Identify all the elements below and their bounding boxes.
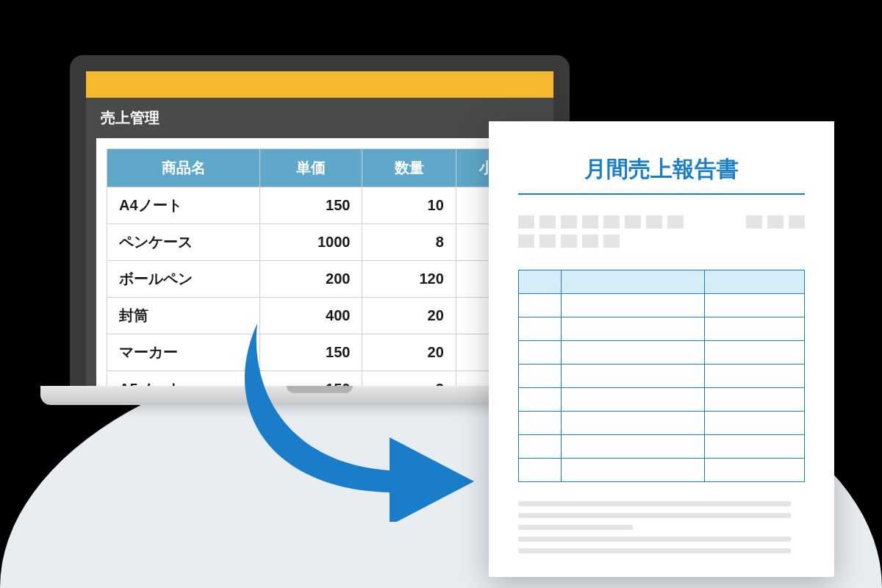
placeholder-box bbox=[539, 215, 556, 229]
cell-product: ペンケース bbox=[107, 224, 260, 261]
placeholder-box bbox=[603, 215, 620, 229]
placeholder-box bbox=[561, 215, 577, 229]
report-row bbox=[519, 294, 805, 318]
app-title: 売上管理 bbox=[86, 98, 553, 138]
placeholder-box bbox=[582, 215, 598, 229]
placeholder-text-row bbox=[518, 215, 805, 229]
col-qty: 数量 bbox=[362, 149, 456, 187]
placeholder-line bbox=[518, 548, 791, 553]
col-product: 商品名 bbox=[107, 149, 260, 187]
placeholder-box bbox=[625, 215, 641, 229]
placeholder-box bbox=[667, 215, 684, 229]
placeholder-box bbox=[561, 234, 577, 248]
cell-price: 200 bbox=[260, 261, 362, 298]
table-row: A4ノート 150 10 bbox=[107, 187, 533, 224]
report-row bbox=[519, 435, 805, 459]
report-row bbox=[519, 459, 805, 482]
report-row bbox=[519, 365, 805, 388]
placeholder-box bbox=[518, 234, 534, 248]
report-row bbox=[519, 341, 805, 365]
placeholder-box bbox=[518, 215, 534, 229]
report-document: 月間売上報告書 bbox=[489, 121, 834, 577]
placeholder-paragraph bbox=[518, 501, 805, 553]
placeholder-box bbox=[582, 234, 598, 248]
placeholder-text-row bbox=[518, 234, 805, 248]
report-table bbox=[518, 270, 805, 482]
cell-price: 150 bbox=[260, 187, 362, 224]
placeholder-line bbox=[518, 501, 791, 506]
table-header-row: 商品名 単価 数量 小計 bbox=[107, 149, 533, 187]
cell-qty: 10 bbox=[362, 187, 456, 224]
arrow-icon bbox=[228, 316, 492, 522]
cell-qty: 8 bbox=[362, 224, 456, 261]
placeholder-box bbox=[646, 215, 662, 229]
cell-qty: 120 bbox=[362, 261, 456, 298]
cell-product: A4ノート bbox=[107, 187, 260, 224]
report-title: 月間売上報告書 bbox=[518, 154, 805, 195]
table-row: ペンケース 1000 8 bbox=[107, 224, 533, 261]
placeholder-box bbox=[789, 215, 805, 229]
placeholder-box bbox=[746, 215, 762, 229]
placeholder-box bbox=[539, 234, 556, 248]
report-header-row bbox=[519, 270, 805, 294]
cell-product: ボールペン bbox=[107, 261, 260, 298]
placeholder-line bbox=[518, 537, 791, 542]
placeholder-box bbox=[603, 234, 620, 248]
col-price: 単価 bbox=[260, 149, 362, 187]
placeholder-line bbox=[518, 525, 633, 530]
report-row bbox=[519, 388, 805, 412]
report-row bbox=[519, 318, 805, 341]
title-bar-accent bbox=[86, 71, 553, 98]
table-row: ボールペン 200 120 bbox=[107, 261, 533, 298]
cell-price: 1000 bbox=[260, 224, 362, 261]
placeholder-line bbox=[518, 513, 791, 518]
report-row bbox=[519, 412, 805, 435]
placeholder-box bbox=[767, 215, 784, 229]
